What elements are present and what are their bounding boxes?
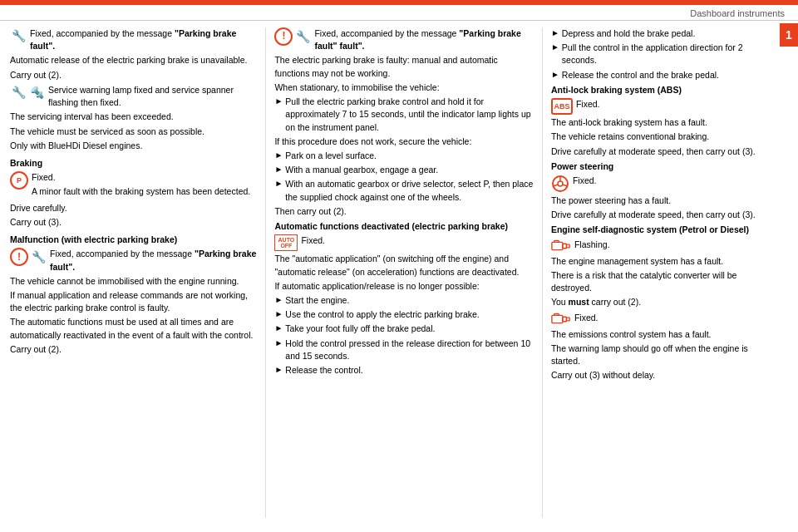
mid-bullet4-text: With an automatic gearbox or drive selec… — [285, 178, 534, 203]
engine-must-carry: You must carry out (2). — [551, 296, 775, 308]
svg-rect-11 — [552, 315, 563, 323]
carry-out-2: Carry out (2). — [10, 69, 257, 81]
braking-icon-row: P Fixed. A minor fault with the braking … — [10, 171, 257, 200]
service-text: Service warning lamp fixed and service s… — [48, 84, 257, 109]
mid-bullet1: ► Pull the electric parking brake contro… — [274, 96, 534, 134]
emission-fixed: Fixed. — [574, 312, 598, 324]
power-steering-title: Power steering — [551, 160, 775, 173]
steering-fault: The power steering has a fault. — [551, 195, 775, 207]
auto-arrow-3: ► — [274, 323, 283, 335]
svg-rect-12 — [563, 317, 567, 322]
auto-arrow-1: ► — [274, 294, 283, 307]
auto-arrow-4: ► — [274, 337, 283, 362]
brake-drive-carefully: Drive carefully. — [10, 202, 257, 214]
braking-title: Braking — [10, 157, 257, 170]
right-bullet2: ► Pull the control in the application di… — [551, 42, 775, 66]
auto-deactivated-title: Automatic functions deactivated (electri… — [274, 220, 534, 233]
malfunction-title: Malfunction (with electric parking brake… — [10, 234, 257, 246]
mid-intro: Fixed, accompanied by the message "Parki… — [314, 27, 534, 52]
mid-block1-header: ! 🔧 Fixed, accompanied by the message "P… — [274, 27, 534, 52]
abs-fault: The anti-lock braking system has a fault… — [551, 116, 775, 129]
auto-deactivated-desc: The "automatic application" (on switchin… — [274, 253, 534, 278]
service-soon: The vehicle must be serviced as soon as … — [10, 126, 257, 138]
mid-bullet3-text: With a manual gearbox, engage a gear. — [285, 164, 438, 176]
svg-rect-7 — [566, 244, 569, 248]
steering-fixed: Fixed. — [573, 175, 597, 187]
emission-icon — [551, 312, 571, 327]
mid-bullet3: ► With a manual gearbox, engage a gear. — [274, 164, 534, 176]
auto-fixed-text: Fixed. — [301, 234, 325, 247]
malfunction-wrench: 🔧 — [30, 249, 47, 265]
auto-arrow-5: ► — [274, 364, 283, 377]
mid-icon-box: ! 🔧 — [274, 27, 311, 46]
service-icon-row: 🔧 🔩 Service warning lamp fixed and servi… — [10, 84, 257, 109]
engine-icon-row: Flashing. — [551, 239, 775, 254]
mid-bullet1-text: Pull the electric parking brake control … — [285, 96, 534, 134]
mid-bullet2: ► Park on a level surface. — [274, 150, 534, 162]
auto-bullet3: ► Take your foot fully off the brake ped… — [274, 323, 534, 335]
col-left: 🔧 Fixed, accompanied by the message "Par… — [10, 27, 257, 518]
mid-carry-out-2: Then carry out (2). — [274, 205, 534, 218]
auto-arrow-2: ► — [274, 308, 283, 321]
abs-conventional: The vehicle retains conventional braking… — [551, 131, 775, 143]
right-arrow-1: ► — [551, 27, 559, 40]
steering-icon — [551, 175, 569, 193]
abs-icon-row: ABS Fixed. — [551, 98, 775, 115]
engine-catalytic: There is a risk that the catalytic conve… — [551, 269, 775, 294]
auto-bullet5: ► Release the control. — [274, 364, 534, 377]
mid-stationary: When stationary, to immobilise the vehic… — [274, 81, 534, 94]
abs-fixed: Fixed. — [576, 99, 600, 109]
mid-wrench-icon: 🔧 — [294, 28, 311, 45]
bullet-arrow-1: ► — [274, 96, 283, 134]
malfunction-carry-out: Carry out (2). — [10, 343, 257, 356]
steering-icon-row: Fixed. — [551, 175, 775, 193]
abs-carry-out: Drive carefully at moderate speed, then … — [551, 145, 775, 158]
block1-header: 🔧 Fixed, accompanied by the message "Par… — [10, 27, 257, 52]
bullet-arrow-2: ► — [274, 150, 283, 162]
emission-icon-row: Fixed. — [551, 312, 775, 327]
emission-warning: The warning lamp should go off when the … — [551, 342, 775, 367]
svg-line-3 — [553, 185, 558, 186]
wrench-icon-2: 🔧 — [10, 84, 27, 101]
engine-management-fault: The engine management system has a fault… — [551, 255, 775, 268]
svg-rect-6 — [563, 244, 567, 249]
auto-bullet4-text: Hold the control pressed in the release … — [285, 337, 534, 362]
spanner-icon: 🔩 — [28, 84, 45, 101]
mid-exclaim-icon: ! — [274, 27, 293, 46]
auto-bullet1: ► Start the engine. — [274, 294, 534, 307]
auto-bullet2: ► Use the control to apply the electric … — [274, 308, 534, 321]
malfunction-fixed: Fixed, accompanied by the message — [50, 249, 192, 259]
right-bullet3-text: Release the control and the brake pedal. — [562, 69, 719, 81]
right-arrow-3: ► — [551, 69, 559, 81]
auto-off-icon: AUTO OFF — [274, 234, 298, 251]
mid-secure: If this procedure does not work, secure … — [274, 135, 534, 148]
auto-bullet4: ► Hold the control pressed in the releas… — [274, 337, 534, 362]
service-exceeded: The servicing interval has been exceeded… — [10, 111, 257, 123]
brake-minor-fault: A minor fault with the braking system ha… — [32, 185, 250, 198]
abs-desc: Fixed. — [576, 98, 600, 111]
right-bullet3: ► Release the control and the brake peda… — [551, 69, 775, 81]
brake-icon: P — [10, 171, 28, 190]
emission-carry-out: Carry out (3) without delay. — [551, 369, 775, 382]
brake-carry-out-3: Carry out (3). — [10, 216, 257, 229]
col-mid: ! 🔧 Fixed, accompanied by the message "P… — [265, 27, 534, 518]
auto-bullet1-text: Start the engine. — [285, 294, 349, 307]
mid-bullet4: ► With an automatic gearbox or drive sel… — [274, 178, 534, 203]
wrench-icon-box: 🔧 — [10, 27, 27, 44]
svg-rect-5 — [552, 242, 563, 249]
svg-rect-13 — [566, 318, 569, 321]
mid-faulty-text: The electric parking brake is faulty: ma… — [274, 54, 534, 79]
auto-bullet5-text: Release the control. — [285, 364, 362, 377]
bullet-arrow-4: ► — [274, 178, 283, 203]
svg-line-4 — [563, 185, 568, 186]
engine-diag-title: Engine self-diagnostic system (Petrol or… — [551, 224, 775, 236]
malfunction-icon-row: ! 🔧 Fixed, accompanied by the message "P… — [10, 248, 257, 273]
header-title: Dashboard instruments — [690, 8, 785, 18]
exclaim-icon: ! — [10, 248, 28, 266]
engine-icon — [551, 239, 571, 254]
abs-title: Anti-lock braking system (ABS) — [551, 84, 775, 96]
bullet-arrow-3: ► — [274, 164, 283, 176]
auto-release-text: Automatic release of the electric parkin… — [10, 54, 257, 66]
malfunction-icon-box: ! 🔧 — [10, 248, 47, 266]
diesel-only: Only with BlueHDi Diesel engines. — [10, 140, 257, 152]
